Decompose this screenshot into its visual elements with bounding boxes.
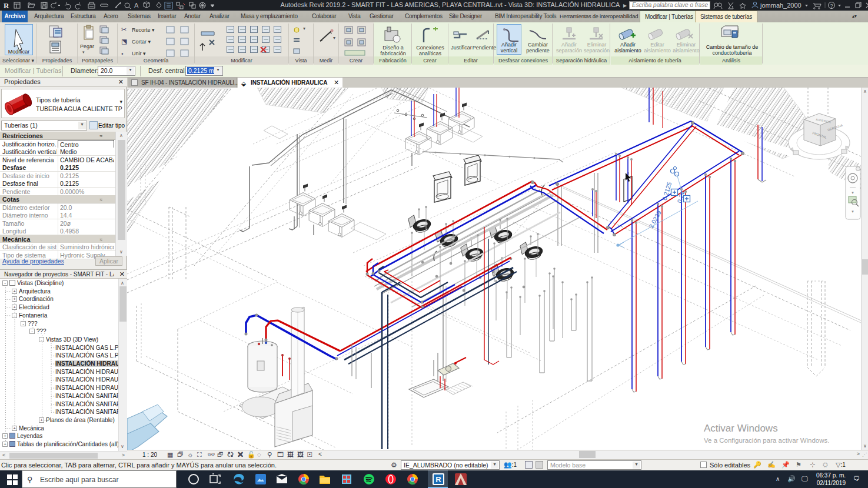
svg-text:?: ? — [830, 3, 833, 9]
svg-text:R: R — [435, 475, 441, 484]
svg-text:▾: ▾ — [852, 209, 854, 213]
svg-text:R: R — [4, 1, 9, 10]
svg-text:▾: ▾ — [852, 190, 854, 195]
svg-text:A: A — [134, 2, 139, 9]
svg-text:jommah_2000: jommah_2000 — [760, 2, 802, 9]
svg-text:Modificar: Modificar — [8, 49, 30, 55]
